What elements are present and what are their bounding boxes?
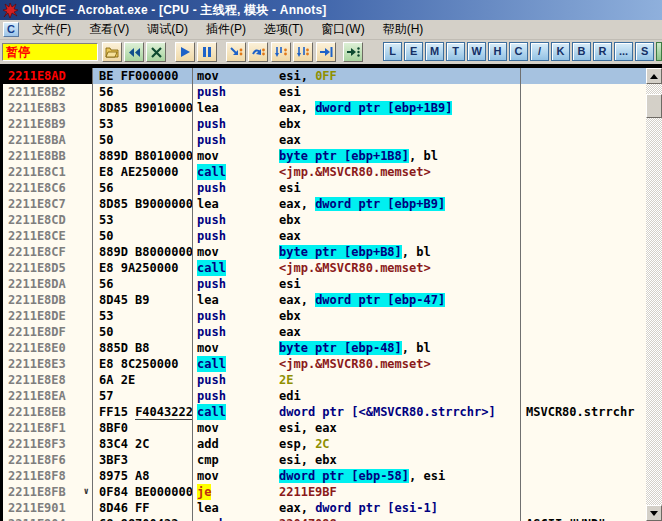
disasm-row[interactable]: 2211E8DE53pushebx — [3, 308, 662, 324]
disasm-row[interactable]: 2211E8EA57pushedi — [3, 388, 662, 404]
panel-button-partial[interactable] — [656, 42, 662, 61]
disasm-row[interactable]: 2211E8F88975 A8movdword ptr [ebp-58], es… — [3, 468, 662, 484]
scroll-up-button[interactable] — [646, 68, 662, 84]
disassembly-cell: leaeax, dword ptr [ebp-47] — [193, 292, 521, 308]
go-to-icon — [347, 46, 360, 58]
execute-till-return-button[interactable] — [316, 42, 336, 62]
panel-button-threads[interactable]: T — [446, 42, 465, 61]
disassembly-cell: pushesi — [193, 276, 521, 292]
hex-dump-cell: 8D45 B9 — [93, 292, 193, 308]
step-over-button[interactable] — [248, 42, 268, 62]
panel-button-windows[interactable]: W — [467, 42, 486, 61]
operand-segment: esi, — [279, 69, 315, 83]
mnemonic: call — [193, 164, 279, 180]
disasm-row[interactable]: 2211E9018D46 FFleaeax, dword ptr [esi-1] — [3, 500, 662, 516]
disasm-row[interactable]: 2211E8B38D85 B9010000leaeax, dword ptr [… — [3, 100, 662, 116]
hex-dump-cell: 68 98700422 — [93, 516, 193, 521]
disasm-row[interactable]: 2211E8CF889D B8000000movbyte ptr [ebp+B8… — [3, 244, 662, 260]
panel-button-runtrace[interactable]: ... — [614, 42, 633, 61]
disasm-row[interactable]: 2211E90468 98700422push22047098ASCII "WN… — [3, 516, 662, 521]
address-cell: 2211E904 — [3, 516, 93, 521]
mnemonic: add — [193, 436, 279, 452]
disasm-row[interactable]: 2211E8C78D85 B9000000leaeax, dword ptr [… — [3, 196, 662, 212]
panel-button-cpu[interactable]: C — [509, 42, 528, 61]
operand-segment: byte ptr [ebp-48] — [279, 341, 402, 355]
mnemonic: push — [193, 84, 279, 100]
hex-dump-cell: 53 — [93, 212, 193, 228]
panel-button-handles[interactable]: H — [488, 42, 507, 61]
operands: ebx — [279, 308, 520, 324]
operands: byte ptr [ebp-48], bl — [279, 340, 520, 356]
close-button[interactable] — [146, 42, 166, 62]
comment-cell — [521, 324, 662, 340]
panel-button-patches[interactable]: / — [530, 42, 549, 61]
menu-help[interactable]: 帮助(H) — [374, 19, 433, 40]
disasm-row[interactable]: 2211E8DB8D45 B9leaeax, dword ptr [ebp-47… — [3, 292, 662, 308]
hex-dump-cell: 53 — [93, 308, 193, 324]
disasm-row[interactable]: 2211E8F63BF3cmpesi, ebx — [3, 452, 662, 468]
trace-into-button[interactable] — [271, 42, 291, 62]
vertical-scrollbar[interactable] — [646, 68, 662, 521]
panel-button-log[interactable]: L — [383, 42, 402, 61]
menu-options[interactable]: 选项(T) — [255, 19, 312, 40]
disasm-row[interactable]: 2211E8ADBE FF000000movesi, 0FF — [3, 68, 662, 84]
menu-view[interactable]: 查看(V) — [80, 19, 138, 40]
disasm-row[interactable]: 2211E8B256pushesi — [3, 84, 662, 100]
menu-plugins[interactable]: 插件(P) — [197, 19, 255, 40]
cpu-window-icon[interactable]: C — [3, 22, 19, 37]
disasm-row[interactable]: 2211E8B953pushebx — [3, 116, 662, 132]
mnemonic: push — [193, 516, 279, 521]
operand-segment: dword ptr [ebp+B9] — [315, 197, 445, 211]
close-icon — [151, 47, 162, 58]
open-file-button[interactable] — [102, 42, 122, 62]
disasm-row[interactable]: 2211E8F383C4 2Caddesp, 2C — [3, 436, 662, 452]
operand-segment: <jmp.&MSVCR80.memset> — [279, 261, 431, 275]
disasm-row[interactable]: 2211E8E3E8 8C250000call<jmp.&MSVCR80.mem… — [3, 356, 662, 372]
panel-button-source[interactable]: S — [635, 42, 654, 61]
hex-dump-cell: 50 — [93, 132, 193, 148]
disasm-row[interactable]: 2211E8EBFF15 F4043222calldword ptr [<&MS… — [3, 404, 662, 420]
panel-button-references[interactable]: R — [593, 42, 612, 61]
step-into-button[interactable] — [226, 42, 246, 62]
mnemonic: push — [193, 228, 279, 244]
operand-segment: 22047098 — [279, 517, 337, 521]
operands: esp, 2C — [279, 436, 520, 452]
operands: esi — [279, 180, 520, 196]
operands: 2E — [279, 372, 520, 388]
mnemonic: lea — [193, 292, 279, 308]
disasm-row[interactable]: 2211E8BA50pusheax — [3, 132, 662, 148]
operands: byte ptr [ebp+B8], bl — [279, 244, 520, 260]
comment-cell — [521, 500, 662, 516]
pause-button[interactable] — [197, 42, 217, 62]
disasm-row[interactable]: 2211E8BB889D B8010000movbyte ptr [ebp+1B… — [3, 148, 662, 164]
disasm-row[interactable]: 2211E8DA56pushesi — [3, 276, 662, 292]
disasm-row[interactable]: 2211E8FB∨0F84 BE000000je2211E9BF — [3, 484, 662, 500]
mnemonic: push — [193, 116, 279, 132]
disassembly-cell: movesi, eax — [193, 420, 521, 436]
address-cell: 2211E8CE — [3, 228, 93, 244]
run-button[interactable] — [175, 42, 195, 62]
menu-window[interactable]: 窗口(W) — [312, 19, 373, 40]
go-to-button[interactable] — [343, 42, 363, 62]
disasm-row[interactable]: 2211E8CD53pushebx — [3, 212, 662, 228]
panel-button-memory[interactable]: M — [425, 42, 444, 61]
disasm-row[interactable]: 2211E8DF50pusheax — [3, 324, 662, 340]
scrollbar-thumb[interactable] — [646, 94, 662, 118]
operands: dword ptr [ebp-58], esi — [279, 468, 520, 484]
disasm-row[interactable]: 2211E8D5E8 9A250000call<jmp.&MSVCR80.mem… — [3, 260, 662, 276]
disasm-row[interactable]: 2211E8E86A 2Epush2E — [3, 372, 662, 388]
menu-file[interactable]: 文件(F) — [23, 19, 80, 40]
panel-button-executables[interactable]: E — [404, 42, 423, 61]
panel-button-breakpoints[interactable]: B — [572, 42, 591, 61]
trace-over-button[interactable] — [293, 42, 313, 62]
disasm-row[interactable]: 2211E8F18BF0movesi, eax — [3, 420, 662, 436]
restart-button[interactable] — [124, 42, 144, 62]
disasm-row[interactable]: 2211E8C656pushesi — [3, 180, 662, 196]
scroll-down-button[interactable] — [646, 505, 662, 521]
disasm-row[interactable]: 2211E8CE50pusheax — [3, 228, 662, 244]
comment-cell — [521, 484, 662, 500]
menu-debug[interactable]: 调试(D) — [138, 19, 197, 40]
disasm-row[interactable]: 2211E8E0885D B8movbyte ptr [ebp-48], bl — [3, 340, 662, 356]
panel-button-callstack[interactable]: K — [551, 42, 570, 61]
disasm-row[interactable]: 2211E8C1E8 AE250000call<jmp.&MSVCR80.mem… — [3, 164, 662, 180]
